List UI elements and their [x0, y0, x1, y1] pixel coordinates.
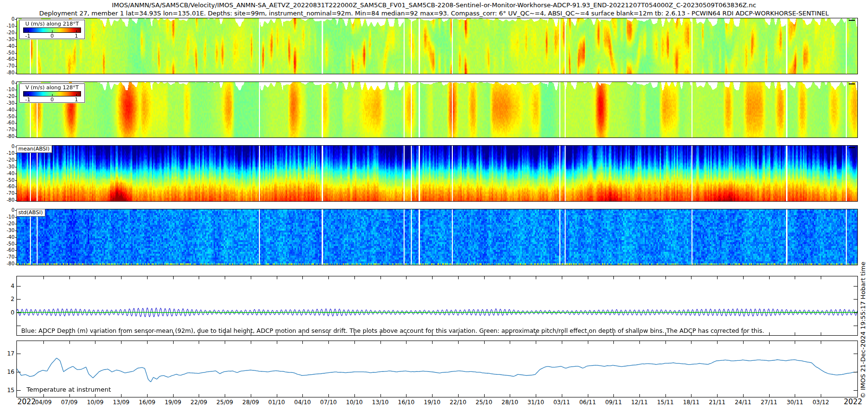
- temperature-label: Temperature at instrument: [27, 386, 111, 393]
- std-absi-heatmap: [17, 209, 857, 265]
- x-axis-date-label: 10/10: [342, 399, 366, 406]
- y-tick-mark: [15, 137, 17, 137]
- y-tick-mark: [15, 237, 17, 238]
- y-tick-mark: [15, 217, 17, 218]
- x-axis-date-label: 03/12: [809, 399, 833, 406]
- colorbar-tick-label: -1: [25, 96, 30, 102]
- x-axis-date-label: 12/11: [627, 399, 651, 406]
- u-colorbar-legend: U (m/s) along 218°T -1 0 1: [19, 20, 85, 39]
- y-tick-mark: [15, 160, 17, 161]
- depth-tick-label: -30: [0, 37, 14, 42]
- y-tick-mark: [15, 244, 17, 245]
- y-tick-mark: [15, 167, 17, 167]
- x-axis-date-label: 13/09: [109, 399, 133, 406]
- depth-tick-label: -40: [0, 171, 14, 176]
- depth-tick-label: -20: [0, 221, 14, 226]
- panel-v-velocity: V (m/s) along 128°T -1 0 1: [16, 82, 858, 138]
- x-axis-date-label: 10/09: [83, 399, 107, 406]
- u-colorbar: [23, 27, 81, 33]
- y-tick-mark: [15, 231, 17, 231]
- figure-subtitle: Deployment 27, member 1 lat=34.93S lon=1…: [0, 10, 868, 17]
- colorbar-tick: [28, 30, 28, 32]
- x-axis-date-label: 25/10: [472, 399, 496, 406]
- u-legend-title: U (m/s) along 218°T: [20, 21, 84, 27]
- panel-mean-absi: mean(ABSI): [16, 145, 858, 202]
- x-axis-year-right: 2022: [839, 397, 862, 406]
- y-tick-mark: [15, 257, 17, 258]
- colorbar-tick: [52, 94, 53, 96]
- depth-tick-label: -30: [0, 164, 14, 169]
- y-tick-mark: [15, 90, 17, 90]
- depth-tick-label: -50: [0, 114, 14, 119]
- depth-tick-label: -60: [0, 184, 14, 189]
- panel-temperature: Temperature at instrument: [16, 341, 858, 397]
- x-axis-date-label: 07/10: [316, 399, 340, 406]
- y-tick-mark: [15, 66, 17, 67]
- depthvar-y-tick-label: 4: [1, 283, 14, 289]
- temperature-y-tick-label: 15: [1, 387, 14, 394]
- imos-watermark: © IMOS 21-Dec-2024 19:55:17 Hobart time: [859, 261, 867, 398]
- x-axis-year-left: 2022: [17, 397, 36, 406]
- y-tick-mark: [15, 123, 17, 123]
- u-velocity-heatmap: [17, 18, 857, 74]
- colorbar-tick-label: -1: [25, 33, 30, 39]
- depth-tick-label: -10: [0, 23, 14, 28]
- depthvar-y-tick-label: 0: [1, 309, 14, 316]
- colorbar-tick: [28, 94, 28, 96]
- colorbar-tick: [76, 94, 77, 96]
- y-tick-mark: [15, 174, 17, 174]
- depth-tick-label: -10: [0, 150, 14, 156]
- depth-tick-label: -30: [0, 100, 14, 106]
- y-tick-mark: [15, 33, 17, 33]
- depth-tick-label: -50: [0, 241, 14, 246]
- temperature-y-tick-label: 17: [1, 350, 14, 357]
- x-axis-date-label: 21/11: [705, 399, 729, 406]
- x-axis-date-label: 18/11: [679, 399, 703, 406]
- depth-tick-label: -80: [0, 197, 14, 203]
- depth-tick-label: -40: [0, 234, 14, 240]
- depth-tick-label: -70: [0, 63, 14, 68]
- depth-tick-label: -70: [0, 191, 14, 196]
- colorbar-tick-label: 0: [51, 96, 54, 102]
- y-tick-mark: [15, 193, 17, 194]
- depth-variation-annotation: Blue: ADCP Depth (m) variation from sens…: [21, 327, 764, 334]
- depth-tick-label: -40: [0, 43, 14, 49]
- depth-tick-label: -20: [0, 30, 14, 35]
- colorbar-tick-label: 0: [51, 33, 54, 39]
- depth-tick-label: 0: [0, 16, 14, 22]
- y-tick-mark: [15, 53, 17, 54]
- colorbar-tick: [52, 30, 53, 32]
- depth-tick-label: -50: [0, 178, 14, 183]
- depth-tick-label: -80: [0, 70, 14, 75]
- y-tick-mark: [15, 200, 17, 201]
- x-axis-date-label: 03/11: [550, 399, 574, 406]
- y-tick-mark: [15, 264, 17, 264]
- y-tick-mark: [15, 187, 17, 187]
- x-axis-date-label: 27/11: [757, 399, 781, 406]
- v-legend-title: V (m/s) along 128°T: [20, 84, 84, 91]
- x-axis-date-label: 30/11: [783, 399, 807, 406]
- depth-tick-label: -30: [0, 228, 14, 233]
- temperature-plot: [17, 341, 857, 397]
- x-axis-date-label: 19/10: [420, 399, 444, 406]
- depth-tick-label: 0: [0, 207, 14, 213]
- v-colorbar: [23, 91, 81, 96]
- y-tick-mark: [15, 110, 17, 110]
- temperature-y-tick-label: 16: [1, 369, 14, 375]
- y-tick-mark: [15, 103, 17, 104]
- y-tick-mark: [15, 180, 17, 181]
- x-axis-date-label: 16/10: [394, 399, 418, 406]
- y-tick-mark: [15, 96, 17, 97]
- colorbar-tick: [76, 30, 77, 32]
- y-tick-mark: [15, 40, 17, 40]
- depth-tick-label: -60: [0, 247, 14, 253]
- depth-tick-label: -80: [0, 134, 14, 139]
- x-axis-date-label: 22/10: [446, 399, 470, 406]
- x-axis-date-label: 09/11: [601, 399, 625, 406]
- x-axis-date-label: 19/09: [161, 399, 185, 406]
- y-tick-mark: [15, 19, 17, 20]
- x-axis-date-label: 28/09: [239, 399, 263, 406]
- depth-tick-label: -50: [0, 50, 14, 55]
- depth-tick-label: -20: [0, 94, 14, 99]
- v-colorbar-legend: V (m/s) along 128°T -1 0 1: [19, 83, 85, 103]
